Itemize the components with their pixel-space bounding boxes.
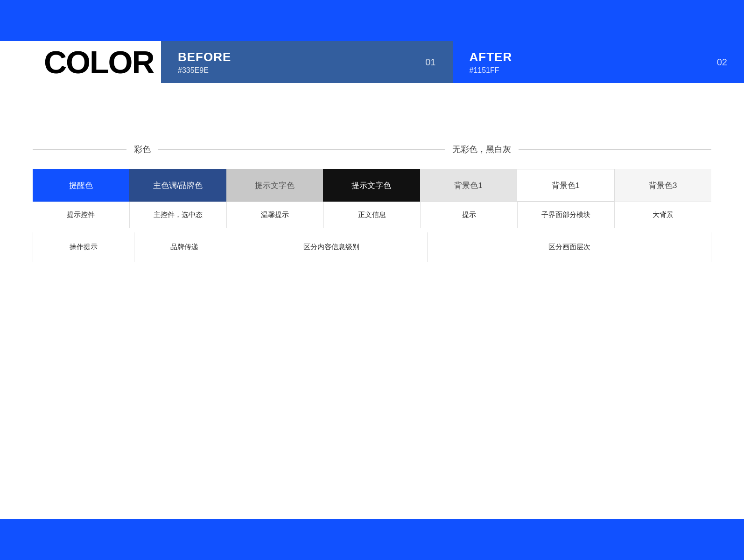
color-title-block: COLOR xyxy=(0,41,161,83)
info-cell-5: 子界面部分模块 xyxy=(518,202,615,228)
info-cell-0: 提示控件 xyxy=(33,202,130,228)
swatch-6: 背景色3 xyxy=(615,169,711,202)
use-cell-0: 操作提示 xyxy=(33,232,134,262)
swatch-4: 背景色1 xyxy=(420,169,517,202)
bottom-blue-bar xyxy=(0,519,744,560)
swatch-3: 提示文字色 xyxy=(323,169,420,202)
info-cell-2: 温馨提示 xyxy=(227,202,324,228)
achromatic-divider-group: 无彩色，黑白灰 xyxy=(252,144,711,155)
swatches-row: 提醒色主色调/品牌色提示文字色提示文字色背景色1背景色1背景色3 xyxy=(33,169,711,202)
use-row: 操作提示品牌传递区分内容信息级别区分画面层次 xyxy=(33,232,711,262)
swatch-1: 主色调/品牌色 xyxy=(129,169,226,202)
before-hex: #335E9E xyxy=(178,66,231,75)
use-cell-2: 区分内容信息级别 xyxy=(235,232,428,262)
swatch-0: 提醒色 xyxy=(33,169,129,202)
after-number: 02 xyxy=(717,57,727,68)
main-content: 彩色 无彩色，黑白灰 提醒色主色调/品牌色提示文字色提示文字色背景色1背景色1背… xyxy=(0,83,744,262)
info-cell-6: 大背景 xyxy=(615,202,711,228)
after-block: AFTER #1151FF 02 xyxy=(453,41,744,83)
swatch-5: 背景色1 xyxy=(517,169,614,202)
info-cell-3: 正文信息 xyxy=(324,202,421,228)
after-label: AFTER xyxy=(470,50,512,64)
header-section: COLOR BEFORE #335E9E 01 AFTER #1151FF 02 xyxy=(0,41,744,83)
divider-line-left xyxy=(33,149,126,150)
before-number: 01 xyxy=(425,57,435,68)
use-cell-3: 区分画面层次 xyxy=(428,232,711,262)
top-blue-bar xyxy=(0,0,744,41)
achromatic-section-label: 无彩色，黑白灰 xyxy=(445,144,519,155)
divider-line-right-start xyxy=(252,149,445,150)
before-block: BEFORE #335E9E 01 xyxy=(161,41,453,83)
section-dividers: 彩色 无彩色，黑白灰 xyxy=(33,144,711,155)
page-title: COLOR xyxy=(44,46,154,78)
after-content: AFTER #1151FF xyxy=(470,50,512,75)
before-label: BEFORE xyxy=(178,50,231,64)
divider-line-right-end xyxy=(519,149,711,150)
info-cell-4: 提示 xyxy=(421,202,518,228)
info-row: 提示控件主控件，选中态温馨提示正文信息提示子界面部分模块大背景 xyxy=(33,202,711,228)
use-cell-1: 品牌传递 xyxy=(134,232,236,262)
swatch-2: 提示文字色 xyxy=(226,169,323,202)
after-hex: #1151FF xyxy=(470,66,512,75)
info-cell-1: 主控件，选中态 xyxy=(130,202,227,228)
divider-line-mid xyxy=(158,149,252,150)
color-divider-group: 彩色 xyxy=(33,144,252,155)
before-content: BEFORE #335E9E xyxy=(178,50,231,75)
color-section-label: 彩色 xyxy=(126,144,158,155)
